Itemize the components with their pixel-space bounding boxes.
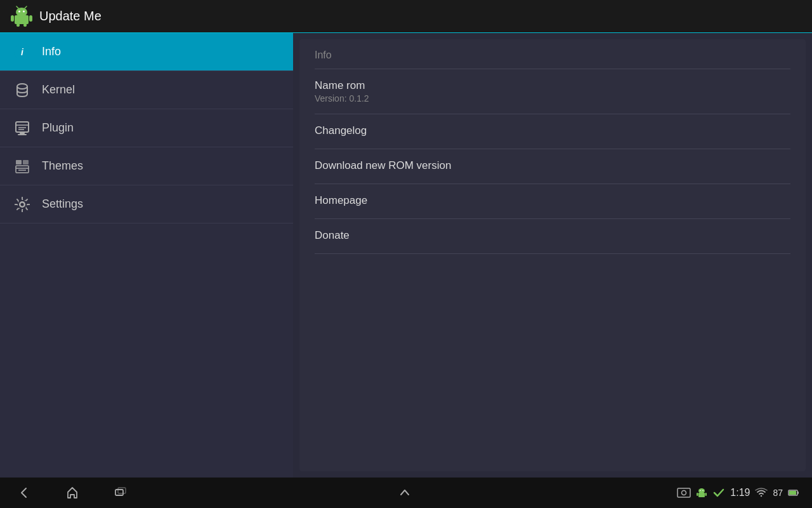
svg-rect-17: [16, 160, 22, 164]
sidebar-item-info[interactable]: i Info: [0, 33, 293, 71]
svg-line-27: [16, 199, 18, 201]
svg-rect-39: [698, 493, 705, 497]
svg-line-28: [26, 208, 28, 210]
svg-rect-7: [29, 15, 32, 22]
svg-line-29: [26, 199, 28, 201]
app-title: Update Me: [39, 9, 102, 23]
svg-rect-16: [18, 134, 27, 135]
svg-rect-19: [16, 166, 29, 173]
status-battery: 87: [773, 488, 783, 498]
svg-rect-18: [23, 160, 29, 164]
content-section-title: Info: [299, 39, 806, 69]
sidebar-item-info-label: Info: [42, 45, 61, 58]
donate-title: Donate: [315, 229, 790, 242]
svg-point-35: [682, 491, 686, 495]
changelog-title: Changelog: [315, 124, 790, 137]
svg-point-2: [18, 10, 20, 12]
svg-line-5: [25, 6, 27, 8]
svg-point-37: [700, 490, 701, 491]
name-rom-title: Name rom: [315, 79, 790, 92]
sidebar-item-themes-label: Themes: [42, 159, 83, 173]
plugin-icon: [13, 119, 32, 138]
sidebar-item-kernel[interactable]: Kernel: [0, 71, 293, 109]
home-button[interactable]: [61, 481, 84, 504]
svg-rect-8: [16, 23, 20, 27]
recents-button[interactable]: [109, 481, 132, 504]
top-bar: Update Me: [0, 0, 812, 33]
svg-line-4: [16, 6, 18, 8]
info-icon: i: [13, 43, 32, 62]
svg-rect-43: [789, 491, 796, 495]
back-button[interactable]: [13, 481, 36, 504]
status-time: 1:19: [730, 487, 750, 498]
bottom-nav-left: [13, 481, 132, 504]
sidebar-item-plugin[interactable]: Plugin: [0, 109, 293, 147]
svg-point-10: [17, 84, 27, 89]
svg-rect-33: [118, 488, 126, 493]
download-title: Download new ROM version: [315, 159, 790, 172]
bottom-center: [132, 481, 677, 504]
svg-point-1: [16, 8, 27, 17]
svg-rect-0: [15, 15, 29, 24]
sidebar: i Info Kernel: [0, 33, 293, 478]
kernel-icon: [13, 81, 32, 100]
svg-rect-32: [115, 490, 123, 495]
themes-icon: [13, 157, 32, 176]
content-item-download[interactable]: Download new ROM version: [299, 149, 806, 184]
sidebar-item-plugin-label: Plugin: [42, 121, 74, 135]
sidebar-item-settings-label: Settings: [42, 197, 83, 211]
content-panel: Info Name rom Version: 0.1.2 Changelog D…: [299, 39, 806, 471]
svg-rect-15: [20, 132, 25, 134]
bottom-status: 1:19 87: [677, 486, 799, 499]
content-item-changelog[interactable]: Changelog: [299, 114, 806, 149]
svg-rect-41: [705, 493, 707, 496]
app-icon: [10, 5, 33, 28]
content-item-name-rom[interactable]: Name rom Version: 0.1.2: [299, 69, 806, 114]
main-content: i Info Kernel: [0, 33, 812, 478]
svg-point-38: [702, 490, 704, 491]
sidebar-item-settings[interactable]: Settings: [0, 185, 293, 224]
svg-rect-9: [23, 23, 27, 27]
svg-line-30: [16, 208, 18, 210]
svg-rect-11: [16, 122, 29, 132]
name-rom-subtitle: Version: 0.1.2: [315, 93, 790, 104]
divider-5: [315, 253, 790, 254]
svg-point-36: [698, 488, 705, 493]
svg-rect-34: [678, 488, 690, 497]
svg-rect-40: [697, 493, 698, 496]
sidebar-item-kernel-label: Kernel: [42, 83, 75, 97]
svg-rect-6: [11, 15, 14, 22]
content-item-homepage[interactable]: Homepage: [299, 184, 806, 218]
bottom-bar: 1:19 87: [0, 478, 812, 508]
sidebar-item-themes[interactable]: Themes: [0, 147, 293, 185]
svg-point-31: [20, 202, 25, 206]
homepage-title: Homepage: [315, 194, 790, 207]
up-button[interactable]: [393, 481, 416, 504]
settings-icon: [13, 195, 32, 214]
svg-rect-44: [797, 491, 799, 494]
content-item-donate[interactable]: Donate: [299, 219, 806, 253]
svg-point-3: [23, 10, 25, 12]
